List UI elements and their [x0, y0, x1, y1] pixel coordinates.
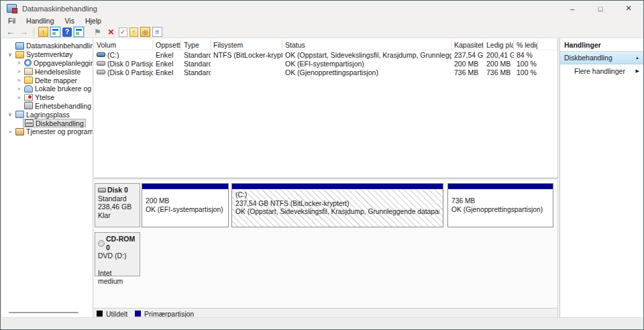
volume-row-partition1[interactable]: (Disk 0 Partisjon 1) Enkel Standard OK (…: [94, 59, 557, 68]
volume-filesystem: NTFS (BitLocker-kryptert): [211, 51, 282, 59]
volume-free: 200 MB: [484, 60, 514, 68]
horizontal-scrollbar[interactable]: [9, 312, 78, 313]
expander[interactable]: >: [6, 129, 14, 135]
tree-item-task-scheduler[interactable]: > Oppgaveplanlegging: [2, 59, 93, 68]
tree-label: Tjenester og programmer: [26, 127, 93, 135]
expander[interactable]: >: [15, 60, 23, 66]
volume-pct-free: 100 %: [514, 68, 538, 76]
volume-free: 200,41 GB: [484, 51, 514, 59]
legend-primary-label: Primærpartisjon: [144, 310, 194, 318]
forward-icon[interactable]: [18, 27, 30, 37]
partition-c[interactable]: (C:) 237,54 GB NTFS (BitLocker-kryptert)…: [231, 183, 443, 227]
computer-management-window: Datamaskinbehandling – □ ✕ Fil Handling …: [0, 0, 644, 330]
tree-item-system-tools[interactable]: ∨ Systemverktøy: [2, 50, 93, 59]
tree-item-event-viewer[interactable]: > Hendelsesliste: [2, 67, 93, 76]
menu-handling[interactable]: Handling: [21, 16, 59, 25]
expander[interactable]: >: [15, 68, 23, 74]
volume-row-partition4[interactable]: (Disk 0 Partisjon 4) Enkel Standard OK (…: [94, 68, 557, 76]
harddisk-icon: [98, 188, 106, 192]
volume-name: (Disk 0 Partisjon 4): [107, 68, 153, 76]
device-manager-icon: [24, 102, 33, 109]
column-header-status[interactable]: Status: [282, 40, 451, 50]
column-header-kapasitet[interactable]: Kapasitet: [451, 40, 484, 50]
shared-folders-icon: [24, 76, 33, 84]
column-header-filsystem[interactable]: Filsystem: [211, 40, 282, 50]
tree-item-performance[interactable]: > Ytelse: [2, 93, 93, 102]
help-icon[interactable]: [62, 28, 72, 37]
expander[interactable]: >: [15, 95, 23, 101]
cdrom-drive: DVD (D:): [98, 252, 137, 260]
extend-volume-icon[interactable]: [129, 28, 138, 37]
column-header-pct-ledig[interactable]: % ledig: [514, 40, 538, 50]
format-icon[interactable]: [119, 28, 127, 37]
properties-icon[interactable]: [152, 27, 162, 37]
actions-more-actions[interactable]: Flere handlinger ▶: [560, 64, 643, 77]
show-action-pane-icon[interactable]: [74, 27, 84, 37]
volume-row-c[interactable]: (C:) Enkel Standard NTFS (BitLocker-kryp…: [94, 50, 557, 59]
cdrom-label[interactable]: CD-ROM 0 DVD (D:) Intet medium: [95, 232, 140, 276]
computer-icon: [15, 42, 24, 50]
actions-panel-title: Handlinger: [560, 38, 643, 52]
maximize-button[interactable]: □: [586, 1, 614, 15]
column-header-ledig-plass[interactable]: Ledig plass: [484, 40, 514, 50]
tree-item-disk-management[interactable]: Diskbehandling: [2, 119, 93, 127]
menu-fil[interactable]: Fil: [3, 16, 21, 25]
volume-status: OK (EFI-systempartisjon): [282, 60, 451, 68]
mark-active-flag-icon[interactable]: [92, 27, 103, 37]
partition-efi[interactable]: 200 MB OK (EFI-systempartisjon): [142, 183, 229, 227]
computer-management-icon: [7, 4, 17, 13]
tree-label: Delte mapper: [35, 76, 77, 85]
tree-label: Lagringsplass: [26, 111, 70, 119]
volume-layout: Enkel: [153, 68, 181, 76]
disk-0-partitions: 200 MB OK (EFI-systempartisjon) (C:) 237…: [142, 183, 553, 227]
collapse-icon[interactable]: ▲: [635, 56, 639, 60]
back-icon[interactable]: [5, 27, 16, 37]
tree-item-computer-management[interactable]: Datamaskinbehandling (lokal): [2, 42, 93, 50]
explore-icon[interactable]: [140, 27, 150, 37]
expander[interactable]: ∨: [6, 52, 14, 58]
submenu-arrow-icon: ▶: [636, 68, 639, 74]
partition-color-bar: [448, 184, 553, 190]
volume-capacity: 200 MB: [451, 60, 484, 68]
volume-capacity: 736 MB: [451, 68, 484, 76]
volume-name: (Disk 0 Partisjon 1): [107, 60, 153, 68]
tree-label: Hendelsesliste: [35, 68, 80, 76]
volume-layout: Enkel: [153, 51, 181, 59]
partition-color-bar: [232, 184, 443, 190]
column-header-type[interactable]: Type: [181, 40, 211, 50]
column-header-oppsett[interactable]: Oppsett: [153, 40, 181, 50]
expander[interactable]: ∨: [6, 111, 14, 117]
tree-label: Diskbehandling: [36, 119, 84, 127]
window-title: Datamaskinbehandling: [22, 5, 97, 13]
tree-item-device-manager[interactable]: Enhetsbehandling: [2, 102, 93, 111]
partition-recovery[interactable]: 736 MB OK (Gjenopprettingspartisjon): [447, 183, 553, 227]
delete-volume-icon[interactable]: [105, 27, 117, 37]
disk-management-icon: [25, 119, 34, 127]
up-level-icon[interactable]: [38, 27, 48, 37]
tree-item-storage[interactable]: ∨ Lagringsplass: [2, 110, 93, 119]
menu-vis[interactable]: Vis: [60, 16, 80, 25]
toolbar-separator: [34, 28, 34, 36]
expander[interactable]: >: [15, 77, 23, 83]
column-header-volum[interactable]: Volum: [94, 40, 153, 50]
cdrom-row: CD-ROM 0 DVD (D:) Intet medium: [95, 232, 140, 276]
tree-item-local-users[interactable]: > Lokale brukere og grupper: [2, 85, 93, 93]
minimize-button[interactable]: –: [558, 1, 586, 15]
volume-icon: [97, 70, 105, 74]
partition-status: OK (Oppstart, Sidevekslingsfil, Krasjdum…: [235, 208, 439, 217]
show-console-tree-icon[interactable]: [50, 27, 60, 37]
expander[interactable]: >: [15, 86, 23, 92]
tree-label: Lokale brukere og grupper: [35, 85, 93, 93]
tree-item-shared-folders[interactable]: > Delte mapper: [2, 76, 93, 85]
tree-label: Enhetsbehandling: [35, 102, 91, 110]
system-tools-icon: [15, 51, 24, 58]
actions-group-disk-management[interactable]: Diskbehandling ▲: [560, 52, 643, 64]
disk-graphical-view: Disk 0 Standard 238,46 GB Klar 200 MB OK…: [94, 180, 558, 308]
menu-hjelp[interactable]: Hjelp: [80, 16, 107, 25]
volume-icon: [97, 52, 105, 57]
tree-item-services[interactable]: > Tjenester og programmer: [2, 127, 93, 136]
event-viewer-icon: [24, 68, 33, 75]
close-button[interactable]: ✕: [614, 1, 643, 15]
column-header-filler: [538, 40, 557, 50]
disk-0-label[interactable]: Disk 0 Standard 238,46 GB Klar: [95, 183, 140, 227]
